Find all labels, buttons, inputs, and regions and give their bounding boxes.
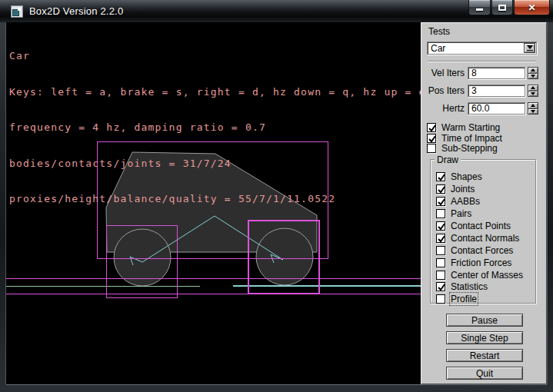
- arrow-down-icon: [531, 110, 535, 113]
- pause-button-label: Pause: [471, 315, 498, 326]
- car-rear-wheel-shape: [114, 229, 171, 286]
- control-panel: Tests Car Vel Iters Pos Iters: [421, 22, 547, 384]
- checkbox-label: Friction Forces: [451, 257, 511, 268]
- chevron-bar-icon: [527, 50, 533, 51]
- maximize-icon: [498, 5, 506, 11]
- separator: [428, 61, 536, 62]
- pos-iters-up-button[interactable]: [528, 85, 538, 91]
- checkbox-statistics[interactable]: Statistics: [436, 281, 488, 291]
- single-step-button-label: Single Step: [461, 333, 508, 344]
- arrow-up-icon: [531, 104, 535, 107]
- titlebar[interactable]: Box2D Version 2.2.0 ✕: [0, 0, 553, 22]
- checkbox-warm-starting[interactable]: Warm Starting: [427, 122, 500, 132]
- check-icon: [437, 173, 446, 182]
- checkbox-label: Time of Impact: [441, 133, 502, 144]
- check-icon: [437, 283, 446, 292]
- checkbox-label: Shapes: [451, 171, 482, 182]
- checkbox-label: Profile: [451, 294, 477, 304]
- checkbox-box: [436, 294, 445, 304]
- pos-iters-row: Pos Iters: [421, 85, 546, 97]
- checkbox-box: [436, 271, 445, 280]
- minimize-button[interactable]: [468, 0, 491, 15]
- restart-button[interactable]: Restart: [446, 349, 523, 362]
- pos-iters-spinner: [528, 85, 538, 97]
- checkbox-box: [427, 134, 436, 143]
- check-icon: [437, 222, 446, 231]
- arrow-down-icon: [531, 75, 535, 78]
- app-icon-dot: [18, 8, 21, 11]
- check-icon: [428, 124, 437, 133]
- checkbox-box: [436, 209, 445, 218]
- checkbox-label: Center of Masses: [451, 270, 523, 281]
- checkbox-shapes[interactable]: Shapes: [436, 171, 482, 181]
- hertz-up-button[interactable]: [528, 102, 538, 109]
- checkbox-friction-forces[interactable]: Friction Forces: [436, 257, 511, 267]
- hertz-row: Hertz: [421, 102, 546, 115]
- stats-line-keys: Keys: left = a, brake = s, right = d, hz…: [9, 86, 421, 98]
- check-icon: [428, 135, 437, 144]
- stats-line-proxies: proxies/height/balance/quality = 55/7/1/…: [9, 193, 421, 205]
- pos-iters-down-button[interactable]: [528, 91, 538, 98]
- checkbox-box: [436, 258, 445, 267]
- checkbox-center-of-masses[interactable]: Center of Masses: [436, 270, 523, 280]
- tests-dropdown[interactable]: Car: [427, 42, 537, 55]
- checkbox-box: [427, 123, 436, 132]
- checkbox-label: Contact Points: [451, 221, 511, 231]
- vel-iters-down-button[interactable]: [528, 74, 538, 80]
- tests-dropdown-value: Car: [431, 43, 445, 54]
- check-icon: [437, 185, 446, 194]
- arrow-up-icon: [531, 86, 535, 89]
- checkbox-box: [436, 197, 445, 206]
- vel-iters-spinner: [528, 67, 538, 79]
- close-button[interactable]: ✕: [514, 0, 550, 15]
- quit-button[interactable]: Quit: [446, 367, 523, 380]
- app-window: Box2D Version 2.2.0 ✕: [0, 0, 553, 392]
- pos-iters-label: Pos Iters: [421, 85, 465, 96]
- hertz-field[interactable]: [468, 102, 525, 115]
- stats-line-bodies: bodies/contacts/joints = 31/7/24: [9, 158, 421, 170]
- checkbox-pairs[interactable]: Pairs: [436, 208, 471, 218]
- arrow-up-icon: [531, 68, 535, 71]
- checkbox-label: Statistics: [451, 281, 488, 292]
- hertz-spinner: [528, 102, 538, 115]
- hertz-down-button[interactable]: [528, 109, 538, 115]
- hertz-label: Hertz: [421, 103, 465, 114]
- checkbox-contact-forces[interactable]: Contact Forces: [436, 245, 513, 255]
- checkbox-box: [436, 172, 445, 181]
- stats-line-frequency: frequency = 4 hz, damping ratio = 0.7: [9, 121, 421, 134]
- checkbox-label: Pairs: [451, 208, 471, 219]
- maximize-button[interactable]: [491, 0, 513, 15]
- client-area: Car Keys: left = a, brake = s, right = d…: [6, 22, 547, 384]
- checkbox-box: [436, 184, 445, 194]
- checkbox-contact-normals[interactable]: Contact Normals: [436, 233, 519, 243]
- close-icon: ✕: [528, 3, 535, 12]
- checkbox-label: AABBs: [451, 196, 480, 207]
- checkbox-label: Contact Normals: [451, 233, 519, 244]
- stats-line-title: Car: [9, 50, 421, 62]
- check-icon: [437, 198, 446, 207]
- checkbox-profile[interactable]: Profile: [436, 294, 477, 304]
- checkbox-box: [436, 234, 445, 243]
- vel-iters-field[interactable]: [468, 67, 525, 79]
- car-front-wheel-shape: [256, 228, 313, 285]
- pause-button[interactable]: Pause: [446, 314, 523, 327]
- tests-dropdown-button[interactable]: [524, 43, 535, 53]
- checkbox-joints[interactable]: Joints: [436, 184, 475, 194]
- simulation-canvas[interactable]: Car Keys: left = a, brake = s, right = d…: [6, 22, 421, 384]
- draw-groupbox: Draw Shapes Joints AABBs Pairs: [430, 159, 536, 304]
- checkbox-sub-stepping[interactable]: Sub-Stepping: [427, 143, 498, 153]
- pos-iters-field[interactable]: [468, 85, 525, 97]
- window-title: Box2D Version 2.2.0: [29, 5, 123, 17]
- minimize-icon: [476, 8, 483, 11]
- quit-button-label: Quit: [476, 368, 493, 379]
- checkbox-label: Contact Forces: [451, 245, 513, 256]
- checkbox-contact-points[interactable]: Contact Points: [436, 221, 511, 231]
- draw-group-label: Draw: [435, 154, 461, 165]
- tests-label: Tests: [428, 26, 450, 37]
- checkbox-box: [436, 282, 445, 291]
- checkbox-time-of-impact[interactable]: Time of Impact: [427, 133, 502, 143]
- single-step-button[interactable]: Single Step: [446, 331, 523, 344]
- checkbox-box: [436, 221, 445, 231]
- checkbox-aabbs[interactable]: AABBs: [436, 196, 480, 206]
- vel-iters-up-button[interactable]: [528, 67, 538, 74]
